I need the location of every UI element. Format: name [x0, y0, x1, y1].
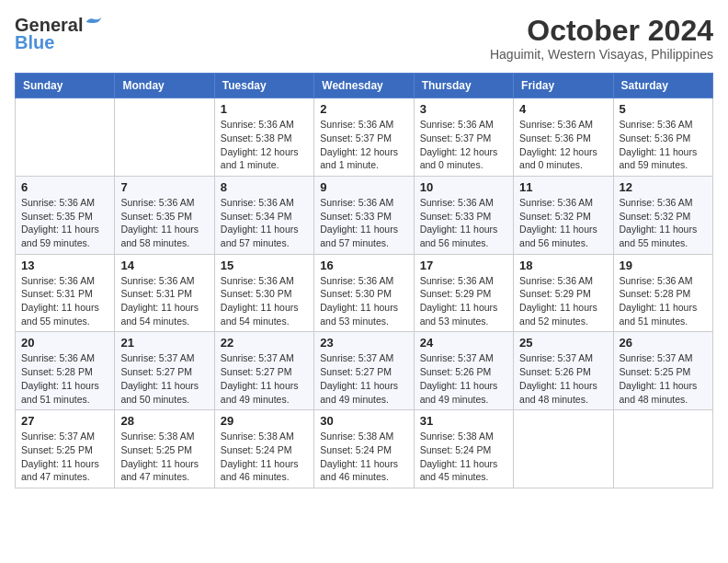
calendar-cell: 1Sunrise: 5:36 AM Sunset: 5:38 PM Daylig… [214, 98, 313, 177]
calendar-week-row: 1Sunrise: 5:36 AM Sunset: 5:38 PM Daylig… [16, 98, 713, 177]
weekday-header-tuesday: Tuesday [214, 74, 313, 98]
weekday-header-saturday: Saturday [613, 74, 712, 98]
calendar-cell: 7Sunrise: 5:36 AM Sunset: 5:35 PM Daylig… [115, 176, 214, 254]
day-number: 26 [620, 336, 707, 350]
day-number: 24 [420, 336, 507, 350]
weekday-header-thursday: Thursday [414, 74, 513, 98]
calendar-cell: 3Sunrise: 5:36 AM Sunset: 5:37 PM Daylig… [414, 98, 513, 177]
day-info: Sunrise: 5:37 AM Sunset: 5:25 PM Dayligh… [620, 351, 707, 406]
calendar-cell: 13Sunrise: 5:36 AM Sunset: 5:31 PM Dayli… [16, 254, 115, 332]
calendar-cell: 19Sunrise: 5:36 AM Sunset: 5:28 PM Dayli… [613, 254, 712, 332]
calendar-cell: 18Sunrise: 5:36 AM Sunset: 5:29 PM Dayli… [514, 254, 613, 332]
calendar-cell: 26Sunrise: 5:37 AM Sunset: 5:25 PM Dayli… [613, 332, 712, 410]
day-number: 11 [519, 180, 607, 194]
day-info: Sunrise: 5:37 AM Sunset: 5:26 PM Dayligh… [420, 351, 507, 406]
day-info: Sunrise: 5:36 AM Sunset: 5:38 PM Dayligh… [221, 118, 308, 172]
calendar-cell: 23Sunrise: 5:37 AM Sunset: 5:27 PM Dayli… [314, 332, 414, 410]
day-info: Sunrise: 5:38 AM Sunset: 5:24 PM Dayligh… [320, 430, 407, 484]
day-number: 17 [420, 259, 507, 272]
calendar-cell: 16Sunrise: 5:36 AM Sunset: 5:30 PM Dayli… [314, 254, 414, 332]
calendar-cell: 29Sunrise: 5:38 AM Sunset: 5:24 PM Dayli… [214, 410, 313, 488]
day-info: Sunrise: 5:36 AM Sunset: 5:28 PM Dayligh… [21, 351, 108, 406]
day-info: Sunrise: 5:36 AM Sunset: 5:33 PM Dayligh… [420, 196, 507, 250]
location-subtitle: Haguimit, Western Visayas, Philippines [490, 47, 713, 62]
calendar-cell: 20Sunrise: 5:36 AM Sunset: 5:28 PM Dayli… [16, 332, 115, 410]
day-number: 22 [221, 336, 308, 350]
day-number: 1 [221, 102, 308, 116]
day-info: Sunrise: 5:36 AM Sunset: 5:34 PM Dayligh… [221, 196, 308, 250]
calendar-cell [514, 410, 613, 488]
calendar-cell: 6Sunrise: 5:36 AM Sunset: 5:35 PM Daylig… [16, 176, 115, 254]
day-number: 7 [120, 180, 208, 194]
calendar-cell: 30Sunrise: 5:38 AM Sunset: 5:24 PM Dayli… [314, 410, 414, 488]
day-info: Sunrise: 5:36 AM Sunset: 5:35 PM Dayligh… [21, 196, 108, 250]
day-info: Sunrise: 5:36 AM Sunset: 5:33 PM Dayligh… [320, 196, 407, 250]
page-header: General Blue October 2024 Haguimit, West… [15, 15, 713, 62]
calendar-cell: 4Sunrise: 5:36 AM Sunset: 5:36 PM Daylig… [514, 98, 613, 177]
weekday-header-friday: Friday [514, 74, 613, 98]
day-number: 21 [120, 336, 208, 350]
calendar-header-row: SundayMondayTuesdayWednesdayThursdayFrid… [16, 74, 713, 98]
day-number: 29 [221, 414, 308, 428]
calendar-cell: 10Sunrise: 5:36 AM Sunset: 5:33 PM Dayli… [414, 176, 513, 254]
calendar-cell: 21Sunrise: 5:37 AM Sunset: 5:27 PM Dayli… [115, 332, 214, 410]
day-number: 31 [420, 414, 507, 428]
weekday-header-sunday: Sunday [16, 74, 115, 98]
day-info: Sunrise: 5:37 AM Sunset: 5:27 PM Dayligh… [221, 351, 308, 406]
calendar-cell: 15Sunrise: 5:36 AM Sunset: 5:30 PM Dayli… [214, 254, 313, 332]
day-info: Sunrise: 5:36 AM Sunset: 5:31 PM Dayligh… [21, 274, 108, 328]
calendar-cell [16, 98, 115, 177]
day-info: Sunrise: 5:38 AM Sunset: 5:25 PM Dayligh… [120, 430, 208, 484]
logo-bird-icon [85, 16, 103, 29]
calendar-cell: 24Sunrise: 5:37 AM Sunset: 5:26 PM Dayli… [414, 332, 513, 410]
day-info: Sunrise: 5:37 AM Sunset: 5:25 PM Dayligh… [21, 430, 108, 484]
calendar-cell: 9Sunrise: 5:36 AM Sunset: 5:33 PM Daylig… [314, 176, 414, 254]
day-info: Sunrise: 5:36 AM Sunset: 5:30 PM Dayligh… [221, 274, 308, 328]
day-info: Sunrise: 5:37 AM Sunset: 5:27 PM Dayligh… [120, 351, 208, 406]
month-title: October 2024 [490, 15, 713, 47]
day-info: Sunrise: 5:38 AM Sunset: 5:24 PM Dayligh… [420, 430, 507, 484]
calendar-cell: 25Sunrise: 5:37 AM Sunset: 5:26 PM Dayli… [514, 332, 613, 410]
day-info: Sunrise: 5:37 AM Sunset: 5:26 PM Dayligh… [519, 351, 607, 406]
day-number: 16 [320, 259, 407, 272]
day-info: Sunrise: 5:36 AM Sunset: 5:37 PM Dayligh… [320, 118, 407, 172]
logo: General Blue [15, 15, 103, 53]
day-info: Sunrise: 5:36 AM Sunset: 5:32 PM Dayligh… [620, 196, 707, 250]
day-number: 4 [519, 102, 607, 116]
calendar-cell: 5Sunrise: 5:36 AM Sunset: 5:36 PM Daylig… [613, 98, 712, 177]
day-info: Sunrise: 5:36 AM Sunset: 5:29 PM Dayligh… [519, 274, 607, 328]
calendar-cell [115, 98, 214, 177]
calendar-cell: 11Sunrise: 5:36 AM Sunset: 5:32 PM Dayli… [514, 176, 613, 254]
weekday-header-wednesday: Wednesday [314, 74, 414, 98]
day-info: Sunrise: 5:38 AM Sunset: 5:24 PM Dayligh… [221, 430, 308, 484]
day-info: Sunrise: 5:36 AM Sunset: 5:31 PM Dayligh… [120, 274, 208, 328]
calendar-cell: 22Sunrise: 5:37 AM Sunset: 5:27 PM Dayli… [214, 332, 313, 410]
day-number: 2 [320, 102, 407, 116]
calendar-cell: 14Sunrise: 5:36 AM Sunset: 5:31 PM Dayli… [115, 254, 214, 332]
day-number: 12 [620, 180, 707, 194]
calendar-week-row: 6Sunrise: 5:36 AM Sunset: 5:35 PM Daylig… [16, 176, 713, 254]
calendar-cell: 12Sunrise: 5:36 AM Sunset: 5:32 PM Dayli… [613, 176, 712, 254]
title-block: October 2024 Haguimit, Western Visayas, … [490, 15, 713, 62]
calendar-week-row: 20Sunrise: 5:36 AM Sunset: 5:28 PM Dayli… [16, 332, 713, 410]
day-number: 23 [320, 336, 407, 350]
day-info: Sunrise: 5:36 AM Sunset: 5:36 PM Dayligh… [620, 118, 707, 172]
day-number: 18 [519, 259, 607, 272]
day-number: 14 [120, 259, 208, 272]
day-info: Sunrise: 5:36 AM Sunset: 5:28 PM Dayligh… [620, 274, 707, 328]
day-info: Sunrise: 5:36 AM Sunset: 5:35 PM Dayligh… [120, 196, 208, 250]
day-number: 6 [21, 180, 108, 194]
calendar-cell: 27Sunrise: 5:37 AM Sunset: 5:25 PM Dayli… [16, 410, 115, 488]
day-number: 15 [221, 259, 308, 272]
day-number: 13 [21, 259, 108, 272]
day-number: 10 [420, 180, 507, 194]
calendar-cell: 8Sunrise: 5:36 AM Sunset: 5:34 PM Daylig… [214, 176, 313, 254]
day-number: 19 [620, 259, 707, 272]
day-info: Sunrise: 5:36 AM Sunset: 5:36 PM Dayligh… [519, 118, 607, 172]
day-number: 30 [320, 414, 407, 428]
day-info: Sunrise: 5:36 AM Sunset: 5:30 PM Dayligh… [320, 274, 407, 328]
day-number: 5 [620, 102, 707, 116]
calendar-cell: 17Sunrise: 5:36 AM Sunset: 5:29 PM Dayli… [414, 254, 513, 332]
day-info: Sunrise: 5:36 AM Sunset: 5:32 PM Dayligh… [519, 196, 607, 250]
day-number: 20 [21, 336, 108, 350]
